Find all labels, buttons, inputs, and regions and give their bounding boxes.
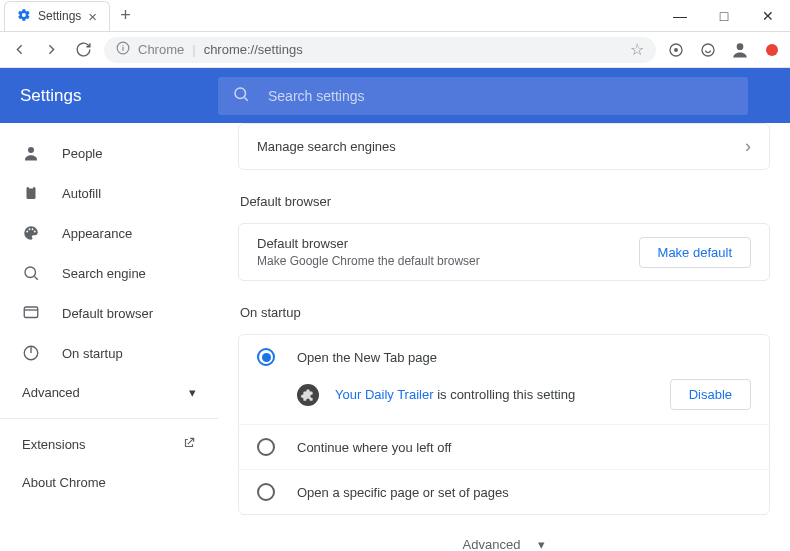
- settings-gear-icon: [17, 8, 31, 25]
- svg-line-9: [244, 97, 247, 100]
- search-input[interactable]: [268, 88, 734, 104]
- svg-point-6: [737, 43, 744, 50]
- main-content: Manage search engines › Default browser …: [218, 123, 790, 551]
- sidebar-advanced[interactable]: Advanced ▾: [0, 373, 218, 412]
- svg-point-14: [29, 228, 31, 230]
- startup-specific-option[interactable]: Open a specific page or set of pages: [239, 469, 769, 514]
- url-path: chrome://settings: [204, 42, 303, 57]
- svg-rect-19: [24, 307, 38, 318]
- startup-new-tab-option[interactable]: Open the New Tab page: [239, 335, 769, 379]
- svg-point-4: [674, 48, 678, 52]
- reload-button[interactable]: [72, 39, 94, 61]
- browser-tab[interactable]: Settings ×: [4, 1, 110, 31]
- bookmark-star-icon[interactable]: ☆: [630, 40, 644, 59]
- url-scheme: Chrome: [138, 42, 184, 57]
- extension-notice: Your Daily Trailer is controlling this s…: [239, 379, 769, 424]
- window-minimize-button[interactable]: —: [658, 0, 702, 32]
- disable-button[interactable]: Disable: [670, 379, 751, 410]
- svg-point-8: [235, 88, 246, 99]
- svg-line-18: [34, 276, 37, 279]
- startup-continue-option[interactable]: Continue where you left off: [239, 424, 769, 469]
- svg-point-13: [26, 231, 28, 233]
- extension-name-link[interactable]: Your Daily Trailer: [335, 387, 434, 402]
- external-link-icon: [182, 436, 196, 453]
- svg-rect-11: [27, 187, 36, 199]
- window-close-button[interactable]: ✕: [746, 0, 790, 32]
- power-icon: [22, 344, 40, 362]
- radio-unchecked-icon[interactable]: [257, 438, 275, 456]
- sidebar-item-appearance[interactable]: Appearance: [0, 213, 218, 253]
- new-tab-button[interactable]: +: [110, 5, 141, 26]
- radio-checked-icon[interactable]: [257, 348, 275, 366]
- make-default-button[interactable]: Make default: [639, 237, 751, 268]
- sidebar-item-default-browser[interactable]: Default browser: [0, 293, 218, 333]
- back-button[interactable]: [8, 39, 30, 61]
- chevron-down-icon: ▾: [538, 537, 545, 551]
- sidebar-item-people[interactable]: People: [0, 133, 218, 173]
- sidebar-item-autofill[interactable]: Autofill: [0, 173, 218, 213]
- svg-point-7: [766, 44, 778, 56]
- search-icon: [22, 264, 40, 282]
- advanced-toggle[interactable]: Advanced ▾: [238, 515, 770, 551]
- info-icon: [116, 41, 130, 58]
- address-bar[interactable]: Chrome | chrome://settings ☆: [104, 37, 656, 63]
- svg-point-5: [702, 44, 714, 56]
- sidebar-about[interactable]: About Chrome: [0, 464, 218, 501]
- person-icon: [22, 144, 40, 162]
- svg-point-10: [28, 147, 34, 153]
- svg-point-17: [25, 267, 36, 278]
- forward-button[interactable]: [40, 39, 62, 61]
- sidebar-item-on-startup[interactable]: On startup: [0, 333, 218, 373]
- default-browser-row: Default browser Make Google Chrome the d…: [239, 224, 769, 280]
- default-browser-heading: Default browser: [240, 194, 770, 209]
- radio-unchecked-icon[interactable]: [257, 483, 275, 501]
- profile-icon[interactable]: [730, 40, 750, 60]
- browser-icon: [22, 304, 40, 322]
- manage-search-engines-row[interactable]: Manage search engines ›: [238, 123, 770, 170]
- window-maximize-button[interactable]: □: [702, 0, 746, 32]
- extension-icon-1[interactable]: [666, 40, 686, 60]
- chevron-down-icon: ▾: [189, 385, 196, 400]
- svg-point-15: [32, 228, 34, 230]
- close-icon[interactable]: ×: [88, 9, 97, 24]
- search-icon: [232, 85, 250, 107]
- extension-badge-icon: [297, 384, 319, 406]
- sidebar-extensions[interactable]: Extensions: [0, 425, 218, 464]
- svg-point-16: [34, 231, 36, 233]
- page-title: Settings: [20, 86, 218, 106]
- svg-rect-12: [29, 186, 34, 189]
- extension-icon-3[interactable]: [762, 40, 782, 60]
- settings-search[interactable]: [218, 77, 748, 115]
- on-startup-heading: On startup: [240, 305, 770, 320]
- tab-title: Settings: [38, 9, 81, 23]
- palette-icon: [22, 224, 40, 242]
- sidebar-item-search-engine[interactable]: Search engine: [0, 253, 218, 293]
- extension-icon-2[interactable]: [698, 40, 718, 60]
- sidebar: People Autofill Appearance Search engine…: [0, 123, 218, 551]
- chevron-right-icon: ›: [745, 136, 751, 157]
- clipboard-icon: [22, 184, 40, 202]
